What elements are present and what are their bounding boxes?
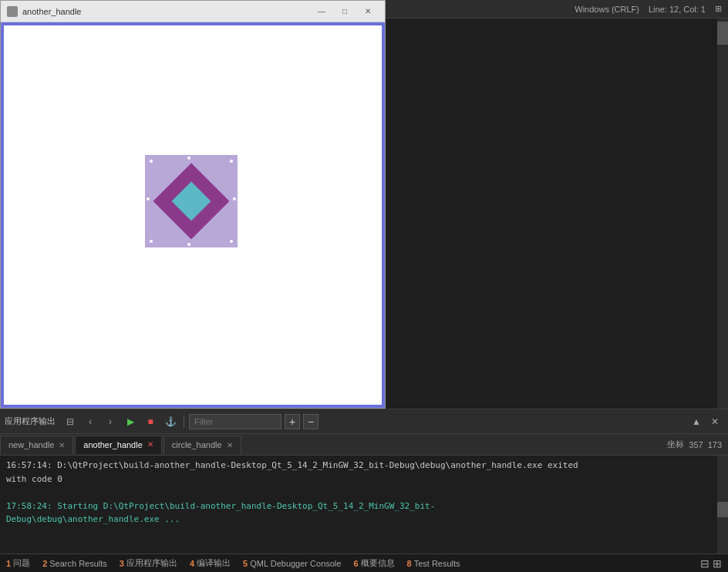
- panel-scrollbar[interactable]: [717, 456, 728, 553]
- status-item-overview[interactable]: 6 概要信息: [353, 557, 394, 569]
- close-button[interactable]: ✕: [357, 3, 379, 20]
- tab-another-handle[interactable]: another_handle ✕: [75, 436, 161, 454]
- status-item-app-output[interactable]: 3 应用程序输出: [120, 557, 177, 569]
- tab-new-handle[interactable]: new_handle ✕: [0, 436, 73, 454]
- editor-area: Windows (CRLF) Line: 12, Col: 1 ⊞: [386, 0, 728, 409]
- output-text-1: 16:57:14: D:\QtProject\build-another_han…: [6, 460, 578, 470]
- tab-circle-handle-label: circle_handle: [172, 440, 222, 449]
- status-label-problems: 问题: [13, 557, 30, 569]
- output-line-1: 16:57:14: D:\QtProject\build-another_han…: [6, 459, 722, 473]
- titlebar-buttons: — □ ✕: [311, 3, 379, 20]
- toolbar-run-btn[interactable]: ▶: [122, 413, 139, 430]
- status-label-search: Search Results: [49, 559, 107, 568]
- editor-scrollbar-thumb[interactable]: [717, 22, 728, 45]
- filter-input[interactable]: [189, 414, 281, 429]
- tab-circle-handle-close[interactable]: ✕: [227, 441, 233, 449]
- toolbar-prev-btn[interactable]: ‹: [82, 413, 99, 430]
- filter-remove-btn[interactable]: −: [303, 414, 318, 429]
- output-line-2: with code 0: [6, 473, 722, 486]
- status-num-problems: 1: [6, 559, 11, 568]
- panel-collapse-down-btn[interactable]: ✕: [706, 413, 723, 430]
- status-num-app-output: 3: [120, 559, 124, 568]
- status-item-test[interactable]: 8 Test Results: [407, 559, 460, 568]
- output-line-blank: [6, 486, 722, 500]
- status-item-problems[interactable]: 1 问题: [6, 557, 30, 569]
- tab-new-handle-label: new_handle: [8, 440, 54, 449]
- coords-y: 173: [708, 440, 722, 449]
- graphic-dot: [230, 160, 233, 163]
- output-link-2[interactable]: Debug\debug\another_handle.exe ...: [6, 514, 180, 524]
- status-num-overview: 6: [353, 559, 358, 568]
- coords-label: 坐标: [667, 439, 684, 450]
- toolbar-separator: [184, 416, 184, 428]
- toolbar-stop-btn[interactable]: ■: [142, 413, 159, 430]
- line-ending-indicator[interactable]: Windows (CRLF): [575, 5, 639, 14]
- app-window: another_handle — □ ✕: [0, 0, 386, 409]
- graphic-dot: [230, 240, 233, 243]
- app-titlebar: another_handle — □ ✕: [1, 1, 385, 22]
- status-label-compile: 编译输出: [197, 557, 231, 569]
- minimize-button[interactable]: —: [311, 3, 332, 20]
- status-num-test: 8: [407, 559, 412, 568]
- filter-add-btn[interactable]: +: [285, 414, 300, 429]
- status-icon-terminal[interactable]: ⊟: [700, 557, 709, 570]
- app-icon: [7, 6, 18, 17]
- app-canvas: [1, 22, 385, 408]
- status-item-qml[interactable]: 5 QML Debugger Console: [243, 559, 341, 568]
- graphic-dot: [233, 197, 236, 200]
- output-link-1[interactable]: 17:58:24: Starting D:\QtProject\build-an…: [6, 501, 435, 511]
- toolbar-right: ▲ ✕: [688, 413, 723, 430]
- output-line-3: 17:58:24: Starting D:\QtProject\build-an…: [6, 500, 722, 513]
- status-bar-right: ⊟ ⊞: [700, 557, 722, 570]
- panel-collapse-up-btn[interactable]: ▲: [688, 413, 705, 430]
- graphic-dot: [187, 243, 190, 246]
- panel-tabs-row: new_handle ✕ another_handle ✕ circle_han…: [0, 434, 728, 456]
- status-icon-settings[interactable]: ⊞: [713, 557, 722, 570]
- app-title: another_handle: [22, 7, 311, 16]
- graphic-dot: [150, 160, 153, 163]
- tab-new-handle-close[interactable]: ✕: [59, 441, 65, 449]
- graphic-dot: [147, 197, 150, 200]
- tab-another-handle-label: another_handle: [83, 440, 142, 449]
- status-num-search: 2: [42, 559, 47, 568]
- output-text-2: with code 0: [6, 474, 62, 484]
- panel-label: 应用程序输出: [5, 416, 56, 427]
- panel-scrollbar-thumb[interactable]: [717, 502, 728, 517]
- status-label-overview: 概要信息: [361, 557, 395, 569]
- status-bar: 1 问题 2 Search Results 3 应用程序输出 4 编译输出 5 …: [0, 553, 728, 572]
- status-num-qml: 5: [243, 559, 248, 568]
- qml-graphic: [145, 155, 238, 247]
- cursor-position: Line: 12, Col: 1: [649, 5, 706, 14]
- graphic-dot: [187, 156, 190, 160]
- tab-another-handle-close[interactable]: ✕: [147, 440, 153, 449]
- status-label-app-output: 应用程序输出: [126, 557, 177, 569]
- editor-content: [386, 19, 728, 409]
- tab-circle-handle[interactable]: circle_handle ✕: [163, 436, 241, 454]
- status-label-test: Test Results: [414, 559, 460, 568]
- status-item-search[interactable]: 2 Search Results: [42, 559, 107, 568]
- coords-display: 坐标 357 173: [667, 439, 728, 450]
- panel-content: 16:57:14: D:\QtProject\build-another_han…: [0, 456, 728, 553]
- toolbar-next-btn[interactable]: ›: [102, 413, 119, 430]
- coords-x: 357: [689, 440, 703, 449]
- toolbar-icon-btn-1[interactable]: ⊟: [62, 413, 79, 430]
- status-label-qml: QML Debugger Console: [250, 559, 341, 568]
- toolbar-attach-btn[interactable]: ⚓: [162, 413, 179, 430]
- status-num-compile: 4: [190, 559, 194, 568]
- output-line-4: Debug\debug\another_handle.exe ...: [6, 513, 722, 527]
- status-item-compile[interactable]: 4 编译输出: [190, 557, 231, 569]
- editor-scrollbar[interactable]: [717, 19, 728, 409]
- graphic-dot: [150, 240, 153, 243]
- panel-toolbar: 应用程序输出 ⊟ ‹ › ▶ ■ ⚓ + − ▲ ✕: [0, 409, 728, 434]
- maximize-button[interactable]: □: [334, 3, 356, 20]
- bottom-panel: 应用程序输出 ⊟ ‹ › ▶ ■ ⚓ + − ▲ ✕ new_handle ✕ …: [0, 409, 728, 572]
- expand-icon[interactable]: ⊞: [715, 4, 722, 14]
- editor-statusbar: Windows (CRLF) Line: 12, Col: 1 ⊞: [386, 0, 728, 19]
